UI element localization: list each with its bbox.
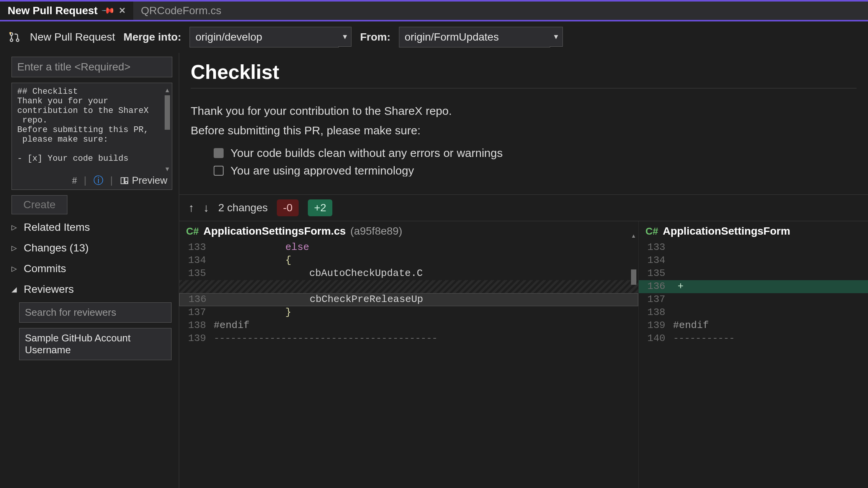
- right-panel: Checklist Thank you for your contributio…: [179, 53, 868, 488]
- preview-label: Preview: [132, 175, 167, 186]
- svg-rect-3: [121, 178, 124, 184]
- merge-into-label: Merge into:: [124, 31, 181, 43]
- file-title-left: C# ApplicationSettingsForm.cs (a95f8e89): [179, 221, 638, 241]
- prev-change-icon[interactable]: ↑: [188, 201, 194, 214]
- code-line: 135 cbAutoCheckUpdate.C: [179, 267, 638, 280]
- file-name-left: ApplicationSettingsForm.cs: [203, 225, 346, 237]
- chevron-right-icon: ▷: [11, 264, 19, 273]
- file-name-right: ApplicationSettingsForm: [663, 225, 790, 237]
- checklist-item-1-label: Your code builds clean without any error…: [230, 147, 503, 160]
- file-sha-left: (a95f8e89): [350, 225, 402, 237]
- left-panel: Enter a title <Required> ## Checklist Th…: [0, 53, 179, 488]
- from-value: origin/FormUpdates: [405, 31, 499, 43]
- code-line: 139-------------------------------------…: [179, 332, 638, 345]
- code-line: 134: [639, 254, 868, 267]
- toolbar-title: New Pull Request: [30, 31, 115, 43]
- csharp-icon: C#: [646, 225, 658, 237]
- merge-into-select[interactable]: origin/develop: [190, 27, 339, 47]
- diff-pane-left: C# ApplicationSettingsForm.cs (a95f8e89)…: [179, 221, 639, 488]
- code-line: 137 }: [179, 306, 638, 319]
- description-footer: # | ⓘ | Preview: [12, 171, 172, 189]
- merge-into-value: origin/develop: [195, 31, 262, 43]
- chevron-right-icon: ▷: [11, 244, 19, 252]
- reviewer-search-input[interactable]: Search for reviewers: [19, 302, 172, 323]
- hash-icon[interactable]: #: [72, 175, 77, 186]
- code-line: [179, 280, 638, 293]
- svg-point-2: [16, 39, 19, 42]
- info-icon[interactable]: ⓘ: [93, 174, 103, 187]
- commits-label: Commits: [24, 263, 66, 275]
- tab-label: New Pull Request: [8, 5, 98, 17]
- pr-toolbar: New Pull Request Merge into: origin/deve…: [0, 21, 868, 53]
- from-select[interactable]: origin/FormUpdates: [399, 27, 550, 47]
- reviewer-chip[interactable]: Sample GitHub Account Username: [19, 328, 172, 360]
- preview-heading: Checklist: [191, 60, 857, 83]
- scroll-thumb[interactable]: [631, 269, 636, 285]
- removed-badge: -0: [277, 199, 299, 216]
- checklist-item-1: Your code builds clean without any error…: [214, 147, 857, 160]
- checklist-item-2: You are using approved terminology: [214, 165, 857, 176]
- from-label: From:: [360, 31, 390, 43]
- preview-button[interactable]: Preview: [120, 175, 167, 186]
- svg-point-5: [125, 181, 128, 184]
- chevron-down-icon[interactable]: ▼: [550, 27, 563, 47]
- code-line: 133: [639, 241, 868, 254]
- svg-point-1: [10, 39, 13, 42]
- diff-header: ↑ ↓ 2 changes -0 +2: [179, 194, 868, 221]
- reviewers-label: Reviewers: [24, 283, 74, 295]
- scroll-thumb[interactable]: [165, 95, 170, 130]
- added-badge: +2: [308, 199, 332, 216]
- code-line: 137: [639, 293, 868, 306]
- preview-icon: [120, 176, 129, 185]
- preview-line1: Thank you for your contribution to the S…: [191, 102, 857, 119]
- pr-description-input[interactable]: ## Checklist Thank you for your contribu…: [11, 83, 172, 190]
- commits-node[interactable]: ▷ Commits: [11, 261, 171, 276]
- code-right[interactable]: 133134135136+137138139#endif140---------…: [639, 241, 868, 488]
- changes-count: 2 changes: [218, 202, 268, 214]
- code-line: 136+: [639, 280, 868, 293]
- scrollbar[interactable]: ▲: [630, 233, 638, 488]
- code-line: 136 cbCheckPreReleaseUp: [179, 293, 638, 306]
- checkbox-checked-icon[interactable]: [214, 148, 224, 158]
- diff-view: C# ApplicationSettingsForm.cs (a95f8e89)…: [179, 221, 868, 488]
- csharp-icon: C#: [186, 225, 199, 237]
- tab-qrcodeform[interactable]: QRCodeForm.cs: [133, 2, 229, 20]
- diff-pane-right: C# ApplicationSettingsForm 133134135136+…: [639, 221, 868, 488]
- scroll-down-icon[interactable]: ▼: [164, 166, 170, 173]
- tab-bar: New Pull Request 📌 ✕ QRCodeForm.cs: [0, 2, 868, 20]
- tab-new-pull-request[interactable]: New Pull Request 📌 ✕: [0, 2, 133, 20]
- code-line: 133 else: [179, 241, 638, 254]
- pin-icon[interactable]: 📌: [101, 3, 115, 18]
- scrollbar[interactable]: ▲ ▼: [163, 87, 171, 173]
- chevron-right-icon: ▷: [11, 223, 19, 232]
- checklist-item-2-label: You are using approved terminology: [230, 165, 414, 176]
- related-items-node[interactable]: ▷ Related Items: [11, 220, 171, 235]
- code-line: 139#endif: [639, 319, 868, 332]
- tab-label: QRCodeForm.cs: [141, 5, 221, 17]
- pr-description-text[interactable]: ## Checklist Thank you for your contribu…: [12, 83, 172, 171]
- pull-request-icon: [8, 30, 21, 44]
- file-title-right: C# ApplicationSettingsForm: [639, 221, 868, 241]
- code-line: 134 {: [179, 254, 638, 267]
- code-line: 138#endif: [179, 319, 638, 332]
- description-preview: Checklist Thank you for your contributio…: [179, 53, 868, 194]
- changes-node[interactable]: ▷ Changes (13): [11, 240, 171, 256]
- code-left[interactable]: 133 else134 {135 cbAutoCheckUpdate.C136 …: [179, 241, 638, 488]
- divider: [191, 88, 857, 88]
- pr-title-input[interactable]: Enter a title <Required>: [11, 57, 172, 77]
- scroll-up-icon[interactable]: ▲: [164, 87, 170, 94]
- next-change-icon[interactable]: ↓: [203, 201, 209, 214]
- code-line: 140-----------: [639, 332, 868, 345]
- checkbox-icon[interactable]: [214, 166, 224, 176]
- close-icon[interactable]: ✕: [119, 6, 126, 16]
- preview-line2: Before submitting this PR, please make s…: [191, 122, 857, 139]
- scroll-up-icon[interactable]: ▲: [631, 233, 636, 239]
- changes-label: Changes (13): [24, 242, 89, 254]
- code-line: 138: [639, 306, 868, 319]
- related-items-label: Related Items: [24, 221, 90, 233]
- code-line: 135: [639, 267, 868, 280]
- chevron-down-icon[interactable]: ▼: [338, 27, 351, 47]
- chevron-down-icon: ◢: [11, 285, 19, 294]
- create-button[interactable]: Create: [11, 195, 67, 214]
- reviewers-node[interactable]: ◢ Reviewers: [11, 282, 171, 297]
